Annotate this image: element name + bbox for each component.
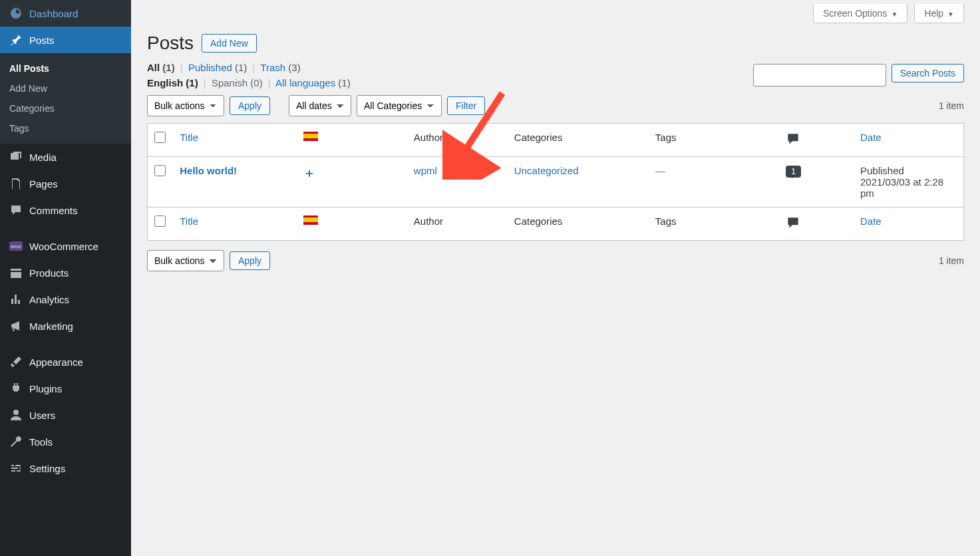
sidebar-label: Tools bbox=[29, 436, 53, 448]
page-header: Posts Add New bbox=[147, 33, 964, 54]
select-all-checkbox-bottom[interactable] bbox=[154, 215, 166, 227]
submenu-tags[interactable]: Tags bbox=[0, 118, 131, 138]
sidebar-label: Analytics bbox=[29, 294, 69, 305]
bottom-toolbar: Bulk actions Apply 1 item bbox=[147, 250, 964, 271]
sidebar-item-users[interactable]: Users bbox=[0, 402, 131, 428]
col-title-foot[interactable]: Title bbox=[180, 215, 198, 227]
add-new-button[interactable]: Add New bbox=[202, 34, 257, 53]
top-toolbar: Bulk actions Apply All dates All Categor… bbox=[147, 95, 964, 116]
pin-icon bbox=[9, 33, 23, 47]
lang-english[interactable]: English (1) bbox=[147, 77, 198, 88]
date-status: Published bbox=[860, 165, 957, 176]
media-icon bbox=[9, 150, 23, 164]
search-area: Search Posts bbox=[753, 64, 964, 86]
filter-all[interactable]: All (1) bbox=[147, 62, 175, 73]
lang-spanish[interactable]: Spanish (0) bbox=[212, 77, 263, 88]
col-categories-foot: Categories bbox=[508, 208, 649, 241]
row-checkbox[interactable] bbox=[154, 165, 166, 176]
submenu-add-new[interactable]: Add New bbox=[0, 78, 131, 98]
col-tags: Tags bbox=[649, 124, 779, 157]
categories-select[interactable]: All Categories bbox=[357, 95, 442, 116]
sidebar-item-woocommerce[interactable]: woo WooCommerce bbox=[0, 233, 131, 259]
products-icon bbox=[9, 266, 23, 279]
posts-table: Title Author Categories Tags Date Hello … bbox=[147, 123, 964, 241]
sidebar-label: Plugins bbox=[29, 383, 62, 394]
apply-button-top[interactable]: Apply bbox=[230, 96, 270, 115]
comment-icon bbox=[9, 204, 23, 217]
col-tags-foot: Tags bbox=[649, 208, 779, 241]
item-count-bottom: 1 item bbox=[939, 255, 964, 266]
lang-all[interactable]: All languages (1) bbox=[275, 77, 351, 88]
date-cell: Published 2021/03/03 at 2:28 pm bbox=[854, 157, 964, 208]
author-link[interactable]: wpml bbox=[414, 165, 437, 176]
sidebar-item-dashboard[interactable]: Dashboard bbox=[0, 0, 131, 27]
sidebar-item-plugins[interactable]: Plugins bbox=[0, 375, 131, 402]
submenu-categories[interactable]: Categories bbox=[0, 98, 131, 118]
item-count: 1 item bbox=[939, 100, 964, 111]
comments-column-icon bbox=[786, 132, 800, 148]
search-posts-button[interactable]: Search Posts bbox=[892, 64, 964, 82]
col-author-foot: Author bbox=[407, 208, 508, 241]
category-link[interactable]: Uncategorized bbox=[514, 165, 579, 176]
sidebar-label: Comments bbox=[29, 205, 78, 216]
date-value: 2021/03/03 at 2:28 pm bbox=[860, 176, 957, 199]
comments-column-icon bbox=[786, 215, 800, 232]
posts-submenu: All Posts Add New Categories Tags bbox=[0, 53, 131, 144]
sidebar-item-marketing[interactable]: Marketing bbox=[0, 313, 131, 339]
chevron-down-icon: ▼ bbox=[947, 11, 954, 18]
bulk-actions-select-bottom[interactable]: Bulk actions bbox=[147, 250, 224, 271]
tags-value: — bbox=[655, 165, 665, 176]
megaphone-icon bbox=[9, 319, 23, 333]
sidebar-label: Posts bbox=[29, 35, 55, 46]
help-button[interactable]: Help▼ bbox=[914, 4, 964, 23]
submenu-all-posts[interactable]: All Posts bbox=[0, 59, 131, 78]
sidebar-label: Products bbox=[29, 267, 69, 279]
sidebar-item-settings[interactable]: Settings bbox=[0, 455, 131, 482]
search-input[interactable] bbox=[753, 64, 886, 86]
col-categories: Categories bbox=[508, 124, 649, 157]
col-date[interactable]: Date bbox=[860, 132, 882, 143]
dashboard-icon bbox=[9, 7, 23, 20]
sidebar-item-products[interactable]: Products bbox=[0, 259, 131, 286]
filter-published[interactable]: Published (1) bbox=[188, 62, 247, 73]
col-author: Author bbox=[407, 124, 508, 157]
sidebar-item-tools[interactable]: Tools bbox=[0, 428, 131, 455]
apply-button-bottom[interactable]: Apply bbox=[230, 251, 270, 270]
wrench-icon bbox=[9, 435, 23, 448]
sidebar-label: Users bbox=[29, 410, 55, 421]
sidebar-item-posts[interactable]: Posts bbox=[0, 27, 131, 53]
filter-trash[interactable]: Trash (3) bbox=[260, 62, 300, 73]
select-all-checkbox[interactable] bbox=[154, 132, 166, 143]
sidebar-item-analytics[interactable]: Analytics bbox=[0, 286, 131, 313]
content-area: Screen Options▼ Help▼ Posts Add New All … bbox=[131, 0, 980, 556]
post-title-link[interactable]: Hello world! bbox=[180, 165, 237, 176]
filter-button[interactable]: Filter bbox=[447, 96, 485, 115]
add-translation-icon[interactable]: ＋ bbox=[303, 166, 315, 180]
sidebar-item-media[interactable]: Media bbox=[0, 144, 131, 170]
analytics-icon bbox=[9, 293, 23, 306]
svg-text:woo: woo bbox=[10, 243, 21, 249]
comment-count-badge[interactable]: 1 bbox=[786, 166, 801, 178]
sidebar-label: Dashboard bbox=[29, 8, 78, 19]
settings-icon bbox=[9, 462, 23, 475]
pages-icon bbox=[9, 177, 23, 190]
woocommerce-icon: woo bbox=[9, 239, 23, 253]
sidebar-item-appearance[interactable]: Appearance bbox=[0, 348, 131, 375]
user-icon bbox=[9, 408, 23, 422]
bulk-actions-select[interactable]: Bulk actions bbox=[147, 95, 224, 116]
spanish-flag-icon bbox=[303, 132, 318, 141]
admin-sidebar: Dashboard Posts All Posts Add New Catego… bbox=[0, 0, 131, 556]
sidebar-label: Media bbox=[29, 152, 57, 163]
sidebar-item-pages[interactable]: Pages bbox=[0, 170, 131, 197]
col-date-foot[interactable]: Date bbox=[860, 215, 882, 227]
col-title[interactable]: Title bbox=[180, 132, 198, 143]
sidebar-item-comments[interactable]: Comments bbox=[0, 197, 131, 223]
screen-meta: Screen Options▼ Help▼ bbox=[147, 0, 964, 23]
spanish-flag-icon bbox=[303, 215, 318, 225]
plug-icon bbox=[9, 382, 23, 395]
sidebar-label: Settings bbox=[29, 463, 65, 474]
sidebar-label: Pages bbox=[29, 178, 58, 190]
dates-select[interactable]: All dates bbox=[289, 95, 351, 116]
sidebar-label: Appearance bbox=[29, 356, 83, 368]
screen-options-button[interactable]: Screen Options▼ bbox=[813, 4, 907, 23]
